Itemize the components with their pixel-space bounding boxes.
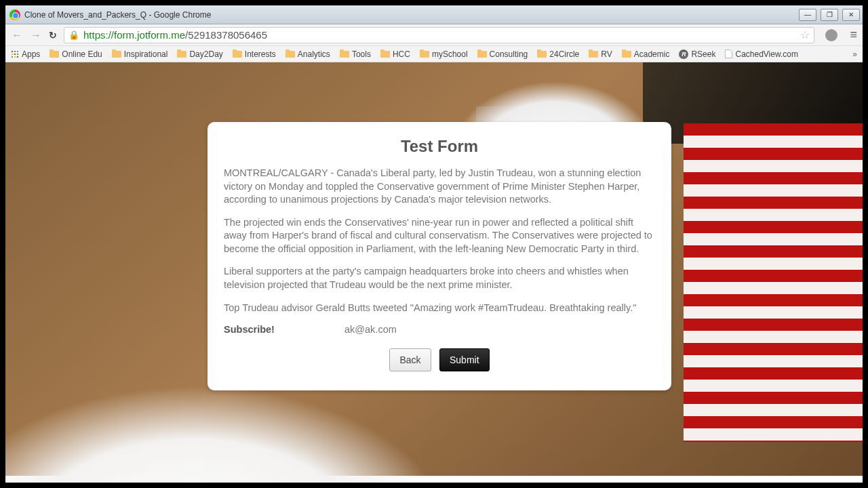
form-paragraph-2: The projected win ends the Conservatives… — [224, 216, 655, 256]
form-paragraph-4: Top Trudeau advisor Gerald Butts tweeted… — [224, 302, 655, 315]
rseek-icon: R — [679, 49, 688, 59]
folder-icon — [477, 51, 487, 58]
subscribe-row: Subscribe! ak@ak.com — [224, 324, 655, 335]
bookmarks-bar: Apps Online Edu Inspirational Day2Day In… — [5, 46, 863, 62]
bookmark-star-icon[interactable]: ☆ — [800, 28, 810, 41]
bookmark-rseek[interactable]: RRSeek — [679, 49, 715, 59]
url-host: ://form.jotform.me — [106, 29, 186, 41]
window-maximize-button[interactable]: ❐ — [821, 9, 838, 21]
subscribe-label: Subscribe! — [224, 324, 344, 335]
folder-icon — [380, 51, 390, 58]
apps-grid-icon — [11, 50, 19, 58]
folder-icon — [537, 51, 547, 58]
window-close-button[interactable]: ✕ — [842, 9, 860, 21]
button-row: Back Submit — [224, 348, 655, 371]
nav-reload-button[interactable]: ↻ — [49, 30, 57, 41]
bookmarks-overflow[interactable]: » — [852, 49, 857, 59]
folder-icon — [177, 51, 186, 58]
apps-label: Apps — [22, 49, 40, 59]
bookmark-consulting[interactable]: Consulting — [477, 49, 528, 59]
folder-icon — [233, 51, 242, 58]
form-card: Test Form MONTREAL/CALGARY - Canada's Li… — [208, 122, 671, 390]
nav-forward-button[interactable]: → — [30, 29, 42, 41]
window-title-bar: Clone of Movers_and_Packers_Q - Google C… — [5, 5, 863, 24]
folder-icon — [340, 51, 349, 58]
url-scheme: https — [83, 29, 106, 41]
address-bar[interactable]: 🔒 https ://form.jotform.me /529183780564… — [64, 27, 814, 43]
subscribe-value: ak@ak.com — [344, 324, 397, 335]
bookmark-rv[interactable]: RV — [589, 49, 612, 59]
window-title: Clone of Movers_and_Packers_Q - Google C… — [24, 10, 211, 20]
bookmark-24circle[interactable]: 24Circle — [537, 49, 579, 59]
bookmark-interests[interactable]: Interests — [233, 49, 276, 59]
bookmark-hcc[interactable]: HCC — [380, 49, 410, 59]
lock-icon: 🔒 — [68, 30, 79, 40]
bookmark-myschool[interactable]: mySchool — [420, 49, 468, 59]
bookmark-online-edu[interactable]: Online Edu — [50, 49, 102, 59]
bookmark-tools[interactable]: Tools — [340, 49, 371, 59]
folder-icon — [112, 51, 121, 58]
chrome-window: Clone of Movers_and_Packers_Q - Google C… — [5, 5, 863, 483]
bookmark-academic[interactable]: Academic — [622, 49, 670, 59]
extension-icon[interactable] — [825, 29, 837, 41]
apps-button[interactable]: Apps — [11, 49, 40, 59]
nav-bar: ← → ↻ 🔒 https ://form.jotform.me /529183… — [5, 24, 863, 46]
bookmark-cachedview[interactable]: CachedView.com — [725, 49, 798, 59]
submit-button[interactable]: Submit — [439, 348, 490, 371]
bookmark-analytics[interactable]: Analytics — [285, 49, 330, 59]
bookmark-inspirational[interactable]: Inspirational — [112, 49, 168, 59]
back-button[interactable]: Back — [389, 348, 431, 371]
folder-icon — [420, 51, 429, 58]
form-paragraph-3: Liberal supporters at the party's campai… — [224, 265, 655, 291]
url-path: /52918378056465 — [185, 29, 267, 41]
folder-icon — [50, 51, 59, 58]
chrome-logo-icon — [9, 9, 20, 20]
page-viewport: Test Form MONTREAL/CALGARY - Canada's Li… — [5, 62, 863, 483]
form-title: Test Form — [224, 137, 655, 156]
nav-back-button[interactable]: ← — [11, 29, 23, 41]
folder-icon — [285, 51, 295, 58]
form-paragraph-1: MONTREAL/CALGARY - Canada's Liberal part… — [224, 167, 655, 207]
window-minimize-button[interactable]: — — [799, 9, 816, 21]
bookmark-day2day[interactable]: Day2Day — [177, 49, 222, 59]
chrome-menu-icon[interactable]: ≡ — [850, 28, 857, 42]
folder-icon — [589, 51, 598, 58]
page-icon — [725, 49, 732, 58]
folder-icon — [622, 51, 631, 58]
